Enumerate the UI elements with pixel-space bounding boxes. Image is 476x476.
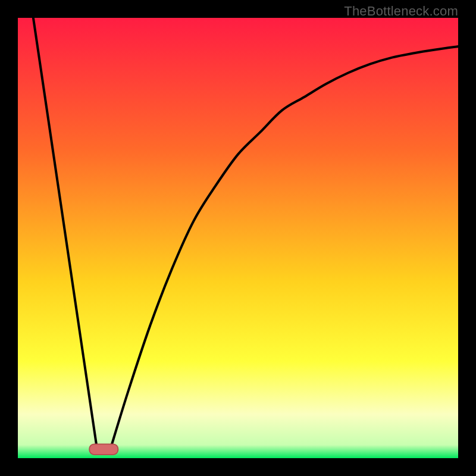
bottleneck-marker (89, 444, 118, 455)
chart-frame: TheBottleneck.com (0, 0, 476, 476)
gradient-background (18, 18, 458, 458)
watermark-text: TheBottleneck.com (344, 4, 458, 19)
bottleneck-chart (18, 18, 458, 458)
